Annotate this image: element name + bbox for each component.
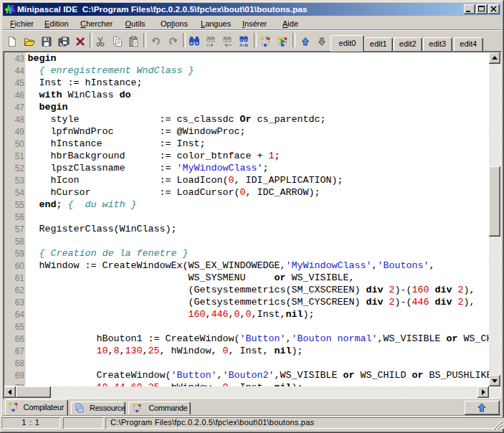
svg-text:A>B: A>B <box>239 43 249 47</box>
